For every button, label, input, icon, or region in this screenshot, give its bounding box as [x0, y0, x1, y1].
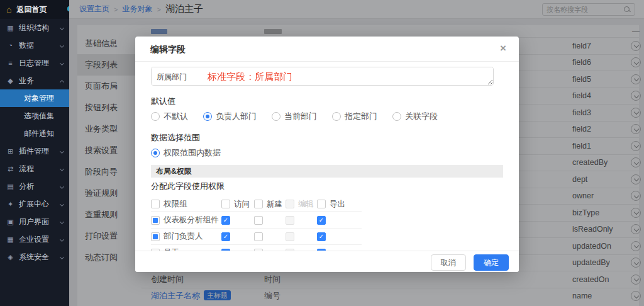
checkbox-indeterminate-icon[interactable]: [151, 216, 160, 225]
perm-cell: 仪表板分析组件: [151, 215, 221, 225]
radio-icon: [203, 112, 212, 121]
sidebar-item-3[interactable]: ≡日志管理: [0, 54, 69, 72]
radio-label: 指定部门: [345, 111, 377, 122]
checkbox-checked-icon[interactable]: [221, 216, 230, 225]
sidebar-item-9[interactable]: ⊞插件管理: [0, 142, 69, 160]
chevron-down-icon: [60, 61, 64, 65]
modal-title: 编辑字段: [150, 44, 186, 54]
sidebar-item-label: 选项值集: [24, 111, 54, 122]
chart-icon: ▤: [6, 183, 14, 191]
radio-icon: [151, 112, 160, 121]
gear-icon: ▦: [6, 235, 14, 244]
checkbox-disabled-icon: [286, 216, 294, 225]
perm-col-权限组: 权限组: [151, 199, 221, 210]
sidebar-home-label: 返回首页: [16, 4, 47, 15]
permission-row-仪表板分析组件: 仪表板分析组件: [151, 212, 362, 228]
checkbox-checked-icon[interactable]: [317, 232, 326, 241]
sidebar-item-5[interactable]: ◆业务: [0, 72, 69, 89]
layout-permission-section-header: 布局&权限: [151, 165, 503, 178]
app-window: ⌂ 返回首页 ◎管理▦组织结构◔数据≡日志管理○平台工具◆业务对象管理选项值集邮…: [0, 0, 644, 306]
sidebar-item-home[interactable]: ⌂ 返回首页: [0, 0, 69, 19]
perm-cell: [221, 216, 254, 225]
perm-col-label: 导出: [330, 199, 345, 210]
sidebar-item-7[interactable]: 选项值集: [0, 107, 69, 125]
permission-row-员工: 员工: [151, 244, 362, 251]
checkbox-checked-icon[interactable]: [317, 216, 326, 225]
checkbox-unchecked-icon[interactable]: [254, 216, 263, 225]
default-value-label: 默认值: [151, 96, 503, 107]
default-value-option-负责人部门[interactable]: 负责人部门: [203, 111, 257, 122]
close-icon[interactable]: ×: [497, 37, 509, 62]
radio-icon: [332, 112, 341, 121]
default-value-option-关联字段[interactable]: 关联字段: [392, 111, 438, 122]
checkbox-checked-icon[interactable]: [221, 232, 230, 241]
sidebar-item-13[interactable]: ▣用户界面: [0, 213, 69, 230]
modal-body: 标准字段：所属部门 默认值 不默认负责人部门当前部门指定部门关联字段 数据选择范…: [135, 62, 519, 251]
perm-col-新建: 新建: [254, 199, 286, 210]
cancel-button[interactable]: 取消: [431, 254, 466, 271]
chevron-down-icon: [60, 255, 64, 259]
sidebar-item-label: 日志管理: [19, 58, 49, 69]
sidebar-item-12[interactable]: ✦扩展中心: [0, 195, 69, 213]
perm-group-name: 部门负责人: [164, 231, 203, 242]
home-icon: ⌂: [6, 5, 11, 14]
sidebar-item-15[interactable]: ▦企业设置: [0, 230, 69, 248]
window-icon: ▣: [6, 218, 14, 226]
checkbox-unchecked-icon[interactable]: [317, 200, 326, 208]
sidebar-item-6[interactable]: 对象管理: [0, 89, 69, 107]
sidebar-item-11[interactable]: ▤分析: [0, 178, 69, 195]
plugin-icon: ⊞: [6, 147, 14, 156]
permission-header-row: 权限组访问新建编辑导出: [151, 196, 362, 212]
default-value-option-指定部门[interactable]: 指定部门: [332, 111, 377, 122]
perm-col-导出: 导出: [317, 199, 352, 210]
edit-field-modal: 编辑字段 × 标准字段：所属部门 默认值 不默认负责人部门当前部门指定部门关联字…: [135, 37, 519, 272]
default-value-option-不默认[interactable]: 不默认: [151, 111, 188, 122]
checkbox-unchecked-icon[interactable]: [221, 200, 230, 208]
perm-col-label: 编辑: [298, 199, 314, 210]
data-scope-label: 数据选择范围: [151, 132, 503, 144]
chevron-down-icon: [60, 184, 64, 189]
checkbox-indeterminate-icon[interactable]: [151, 232, 160, 241]
checkbox-unchecked-icon[interactable]: [254, 232, 263, 241]
sidebar-item-16[interactable]: ◈系统安全: [0, 248, 69, 266]
assign-permission-label: 分配此字段使用权限: [151, 181, 503, 192]
perm-cell: [286, 216, 317, 225]
perm-col-访问: 访问: [221, 199, 254, 210]
sidebar-item-label: 对象管理: [24, 93, 54, 104]
perm-cell: [221, 232, 254, 241]
clock-icon: ◔: [6, 42, 14, 49]
sidebar-menu: ◎管理▦组织结构◔数据≡日志管理○平台工具◆业务对象管理选项值集邮件通知⊞插件管…: [0, 19, 69, 266]
sidebar-item-2[interactable]: ◔数据: [0, 37, 69, 54]
checkbox-unchecked-icon[interactable]: [254, 200, 263, 208]
field-name-wrapper: 标准字段：所属部门: [151, 67, 503, 86]
list-icon: ≡: [6, 59, 14, 67]
shield-icon: ◈: [6, 253, 14, 261]
sidebar-item-label: 扩展中心: [19, 199, 49, 210]
perm-cell: [286, 232, 317, 241]
data-scope-radio-group: 权限范围内数据: [151, 147, 503, 159]
expand-icon: ✦: [6, 200, 14, 208]
field-name-textarea[interactable]: [151, 67, 494, 86]
chevron-down-icon: [60, 237, 64, 242]
sidebar-item-label: 数据: [19, 40, 34, 51]
briefcase-icon: ◆: [6, 77, 14, 85]
perm-col-编辑: 编辑: [286, 199, 317, 210]
perm-cell: [254, 232, 286, 241]
chevron-down-icon: [60, 43, 64, 48]
checkbox-unchecked-icon[interactable]: [151, 200, 160, 208]
sidebar-item-label: 企业设置: [19, 234, 49, 245]
modal-header: 编辑字段 ×: [135, 37, 519, 62]
permission-matrix: 权限组访问新建编辑导出仪表板分析组件部门负责人员工部门管理员: [151, 196, 362, 251]
sidebar-item-label: 业务: [19, 76, 34, 86]
sidebar-item-8[interactable]: 邮件通知: [0, 125, 69, 142]
default-value-option-当前部门[interactable]: 当前部门: [272, 111, 317, 122]
data-scope-option-权限范围内数据[interactable]: 权限范围内数据: [151, 147, 221, 159]
sidebar-item-label: 流程: [19, 164, 34, 174]
sidebar-item-10[interactable]: ⇄流程: [0, 160, 69, 178]
perm-cell: [317, 216, 352, 225]
sidebar-item-label: 插件管理: [19, 146, 49, 157]
sidebar-item-1[interactable]: ▦组织结构: [0, 19, 69, 37]
perm-cell: [317, 232, 352, 241]
confirm-button[interactable]: 确定: [474, 254, 509, 271]
sidebar: ⌂ 返回首页 ◎管理▦组织结构◔数据≡日志管理○平台工具◆业务对象管理选项值集邮…: [0, 0, 69, 306]
